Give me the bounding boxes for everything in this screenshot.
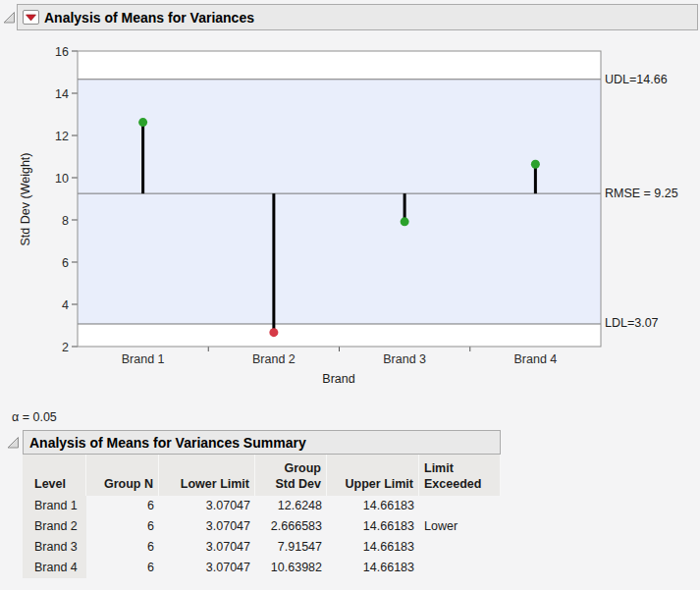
- cell: 3.07047: [159, 558, 255, 578]
- cell: 14.66183: [327, 516, 419, 537]
- summary-table: LevelGroup NLower LimitGroup Std DevUppe…: [23, 455, 501, 578]
- table-row[interactable]: Brand 163.0704712.624814.66183: [23, 496, 501, 516]
- cell: 3.07047: [159, 516, 255, 537]
- x-tick-label: Brand 4: [513, 352, 557, 366]
- red-triangle-menu-button[interactable]: [23, 10, 39, 25]
- x-tick-label: Brand 1: [122, 352, 165, 366]
- y-tick-label: 2: [62, 341, 69, 354]
- table-row[interactable]: Brand 463.0704710.6398214.66183: [23, 558, 501, 578]
- y-tick-label: 14: [55, 87, 69, 101]
- anom-chart: 161412108642Brand 1Brand 2Brand 3Brand 4…: [0, 0, 700, 427]
- ldl-label: LDL=3.07: [605, 316, 659, 330]
- cell: [419, 558, 501, 578]
- data-point-brand-1[interactable]: [138, 118, 147, 127]
- alpha-note: α = 0.05: [12, 410, 57, 424]
- cell-level: Brand 2: [23, 516, 86, 537]
- cell-level: Brand 3: [23, 537, 86, 558]
- table-row[interactable]: Brand 263.070472.66658314.66183Lower: [23, 516, 501, 537]
- cell: 6: [86, 516, 159, 537]
- table-row[interactable]: Brand 363.070477.9154714.66183: [23, 537, 501, 558]
- y-tick-label: 12: [55, 130, 69, 143]
- cell: 6: [86, 558, 159, 578]
- x-tick-label: Brand 2: [252, 352, 296, 366]
- chart-dynamic-layer: 161412108642Brand 1Brand 2Brand 3Brand 4: [55, 45, 601, 367]
- red-triangle-icon: [26, 14, 36, 22]
- table-header-row: LevelGroup NLower LimitGroup Std DevUppe…: [23, 455, 501, 496]
- cell: [419, 537, 501, 558]
- cell: 2.666583: [255, 516, 327, 537]
- cell: 6: [86, 496, 159, 516]
- data-point-brand-3[interactable]: [401, 217, 409, 226]
- cell: 7.91547: [255, 537, 327, 558]
- y-tick-label: 10: [55, 172, 69, 186]
- cell: 14.66183: [327, 558, 419, 578]
- cell: 12.6248: [255, 496, 327, 516]
- column-header-lower-limit[interactable]: Lower Limit: [159, 455, 255, 496]
- data-point-brand-4[interactable]: [531, 160, 540, 169]
- jmp-report-window: { "chart_section": { "title": "Analysis …: [0, 0, 700, 590]
- column-header-group-n[interactable]: Group N: [86, 455, 159, 496]
- cell: 14.66183: [327, 496, 419, 516]
- data-point-brand-2[interactable]: [269, 328, 278, 337]
- cell: 14.66183: [327, 537, 419, 558]
- summary-section-title: Analysis of Means for Variances Summary: [29, 435, 306, 451]
- decision-band: [78, 80, 601, 324]
- cell: 6: [86, 537, 159, 558]
- column-header-upper-limit[interactable]: Upper Limit: [327, 455, 419, 496]
- table-body: Brand 163.0704712.624814.66183Brand 263.…: [23, 496, 501, 578]
- y-axis-title: Std Dev (Weight): [19, 153, 32, 246]
- disclosure-triangle-open-icon[interactable]: [3, 11, 17, 25]
- column-header-group-std-dev[interactable]: Group Std Dev: [255, 455, 327, 496]
- y-tick-label: 16: [55, 45, 69, 59]
- cell-level: Brand 1: [23, 496, 86, 516]
- summary-section-header[interactable]: Analysis of Means for Variances Summary: [23, 430, 501, 455]
- column-header-limit-exceeded[interactable]: Limit Exceeded: [419, 455, 501, 496]
- x-tick-label: Brand 3: [383, 352, 426, 366]
- disclosure-triangle-open-icon[interactable]: [7, 436, 21, 450]
- cell: Lower: [419, 516, 501, 537]
- y-tick-label: 4: [62, 298, 69, 312]
- cell: 3.07047: [159, 496, 255, 516]
- cell: 10.63982: [255, 558, 327, 578]
- y-tick-label: 6: [62, 256, 69, 270]
- cell-level: Brand 4: [23, 558, 86, 578]
- chart-section-header[interactable]: Analysis of Means for Variances: [17, 4, 698, 30]
- column-header-level[interactable]: Level: [23, 455, 86, 496]
- cell: 3.07047: [159, 537, 255, 558]
- x-axis-title: Brand: [322, 372, 354, 386]
- chart-section-title: Analysis of Means for Variances: [44, 10, 254, 26]
- center-label: RMSE = 9.25: [605, 187, 678, 200]
- udl-label: UDL=14.66: [605, 73, 668, 86]
- y-tick-label: 8: [62, 214, 69, 228]
- cell: [419, 496, 501, 516]
